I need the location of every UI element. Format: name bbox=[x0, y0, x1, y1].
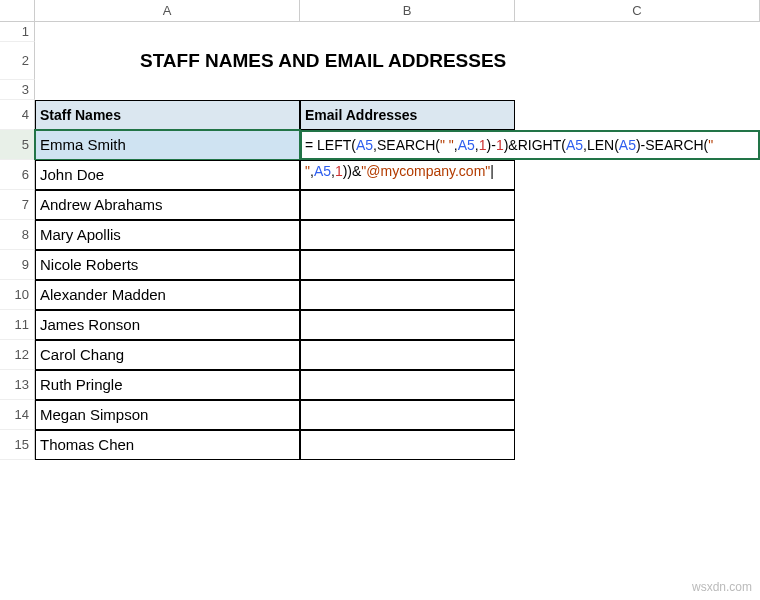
cell-c7[interactable] bbox=[515, 190, 760, 220]
cell-c8[interactable] bbox=[515, 220, 760, 250]
cell-c3[interactable] bbox=[515, 80, 760, 100]
row-number[interactable]: 15 bbox=[0, 430, 35, 460]
cell-c9[interactable] bbox=[515, 250, 760, 280]
column-header-row: A B C bbox=[0, 0, 760, 22]
row-number[interactable]: 5 bbox=[0, 130, 35, 160]
cell-b14[interactable] bbox=[300, 400, 515, 430]
row-number[interactable]: 11 bbox=[0, 310, 35, 340]
header-email-addresses[interactable]: Email Addresses bbox=[300, 100, 515, 130]
cell-c13[interactable] bbox=[515, 370, 760, 400]
row-number[interactable]: 14 bbox=[0, 400, 35, 430]
cell-b9[interactable] bbox=[300, 250, 515, 280]
row-number[interactable]: 1 bbox=[0, 22, 35, 42]
cell-c4[interactable] bbox=[515, 100, 760, 130]
cell-a6[interactable]: John Doe bbox=[35, 160, 300, 190]
row-number[interactable]: 2 bbox=[0, 42, 35, 80]
row-4-header: 4 Staff Names Email Addresses bbox=[0, 100, 760, 130]
cell-a14[interactable]: Megan Simpson bbox=[35, 400, 300, 430]
col-header-a[interactable]: A bbox=[35, 0, 300, 21]
watermark: wsxdn.com bbox=[692, 580, 752, 594]
row-8: 8 Mary Apollis bbox=[0, 220, 760, 250]
cell-b15[interactable] bbox=[300, 430, 515, 460]
row-7: 7 Andrew Abrahams bbox=[0, 190, 760, 220]
row-12: 12 Carol Chang bbox=[0, 340, 760, 370]
cell-a1[interactable] bbox=[35, 22, 300, 42]
cell-c15[interactable] bbox=[515, 430, 760, 460]
row-number[interactable]: 8 bbox=[0, 220, 35, 250]
row-10: 10 Alexander Madden bbox=[0, 280, 760, 310]
cell-a10[interactable]: Alexander Madden bbox=[35, 280, 300, 310]
cell-b13[interactable] bbox=[300, 370, 515, 400]
col-header-b[interactable]: B bbox=[300, 0, 515, 21]
spreadsheet-grid[interactable]: A B C 1 2 STAFF NAMES AND EMAIL ADDRESSE… bbox=[0, 0, 760, 600]
row-number[interactable]: 7 bbox=[0, 190, 35, 220]
cell-a11[interactable]: James Ronson bbox=[35, 310, 300, 340]
col-header-c[interactable]: C bbox=[515, 0, 760, 21]
row-3: 3 bbox=[0, 80, 760, 100]
row-5: 5 Emma Smith = LEFT(A5,SEARCH(" ",A5,1)-… bbox=[0, 130, 760, 160]
row-13: 13 Ruth Pringle bbox=[0, 370, 760, 400]
cell-a15[interactable]: Thomas Chen bbox=[35, 430, 300, 460]
cell-b5-formula-editing[interactable]: = LEFT(A5,SEARCH(" ",A5,1)-1)&RIGHT(A5,L… bbox=[300, 130, 760, 160]
cell-a12[interactable]: Carol Chang bbox=[35, 340, 300, 370]
cell-b3[interactable] bbox=[300, 80, 515, 100]
cell-a9[interactable]: Nicole Roberts bbox=[35, 250, 300, 280]
cell-b12[interactable] bbox=[300, 340, 515, 370]
cell-b10[interactable] bbox=[300, 280, 515, 310]
row-number[interactable]: 12 bbox=[0, 340, 35, 370]
cell-c1[interactable] bbox=[515, 22, 760, 42]
row-number[interactable]: 4 bbox=[0, 100, 35, 130]
cell-a5-selected[interactable]: Emma Smith bbox=[35, 130, 300, 160]
row-number[interactable]: 13 bbox=[0, 370, 35, 400]
cell-c11[interactable] bbox=[515, 310, 760, 340]
cell-a13[interactable]: Ruth Pringle bbox=[35, 370, 300, 400]
select-all-corner[interactable] bbox=[0, 0, 35, 21]
cell-b7[interactable] bbox=[300, 190, 515, 220]
row-15: 15 Thomas Chen bbox=[0, 430, 760, 460]
row-number[interactable]: 6 bbox=[0, 160, 35, 190]
cell-c6[interactable] bbox=[515, 160, 760, 190]
row-number[interactable]: 9 bbox=[0, 250, 35, 280]
row-11: 11 James Ronson bbox=[0, 310, 760, 340]
cell-c10[interactable] bbox=[515, 280, 760, 310]
row-number[interactable]: 3 bbox=[0, 80, 35, 100]
sheet-title[interactable]: STAFF NAMES AND EMAIL ADDRESSES bbox=[35, 42, 760, 80]
row-1: 1 bbox=[0, 22, 760, 42]
header-staff-names[interactable]: Staff Names bbox=[35, 100, 300, 130]
row-9: 9 Nicole Roberts bbox=[0, 250, 760, 280]
cell-b8[interactable] bbox=[300, 220, 515, 250]
cell-b11[interactable] bbox=[300, 310, 515, 340]
cell-c14[interactable] bbox=[515, 400, 760, 430]
cell-b1[interactable] bbox=[300, 22, 515, 42]
cell-a7[interactable]: Andrew Abrahams bbox=[35, 190, 300, 220]
row-number[interactable]: 10 bbox=[0, 280, 35, 310]
row-14: 14 Megan Simpson bbox=[0, 400, 760, 430]
row-2: 2 STAFF NAMES AND EMAIL ADDRESSES bbox=[0, 42, 760, 80]
cell-c12[interactable] bbox=[515, 340, 760, 370]
cell-a3[interactable] bbox=[35, 80, 300, 100]
cell-a8[interactable]: Mary Apollis bbox=[35, 220, 300, 250]
